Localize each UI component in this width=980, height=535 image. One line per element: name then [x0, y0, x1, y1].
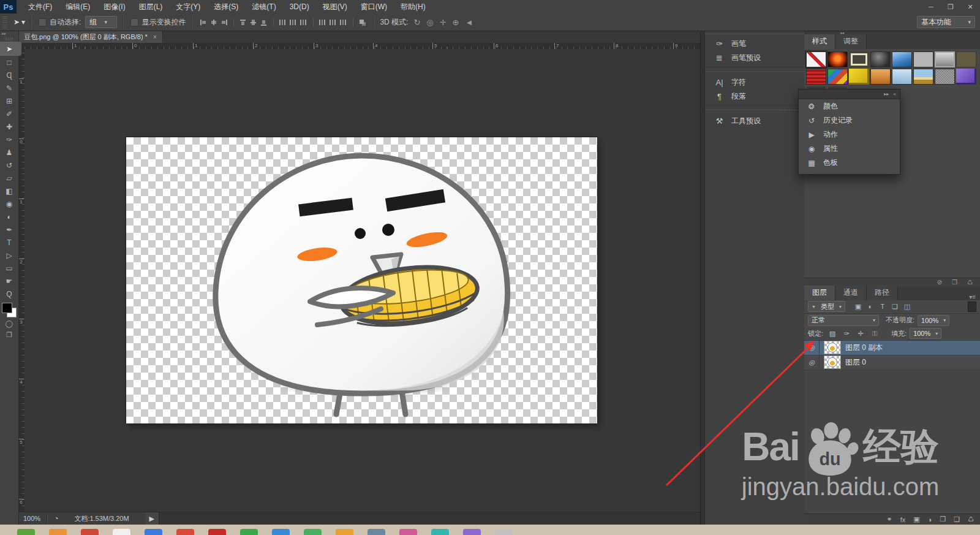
tool-button[interactable]: ➤ — [0, 42, 21, 56]
floating-panel-button[interactable]: ◉ 属性 — [799, 142, 900, 156]
taskbar-app-icon[interactable] — [113, 529, 130, 535]
menu-item[interactable]: 文字(Y) — [169, 0, 207, 13]
tool-button[interactable]: □ — [1, 56, 17, 69]
layer-visibility-eye-icon[interactable]: ◎ — [804, 355, 820, 370]
floating-panel-button[interactable]: ▦ 色板 — [799, 156, 900, 170]
auto-select-checkbox[interactable] — [39, 18, 47, 26]
collapse-panels-icon[interactable]: ▸▸ — [884, 91, 889, 97]
style-swatch[interactable] — [935, 51, 955, 67]
tab-paths[interactable]: 路径 — [867, 286, 898, 300]
menu-item[interactable]: 图像(I) — [97, 0, 132, 13]
align-button[interactable] — [300, 18, 307, 26]
taskbar-app-icon[interactable] — [17, 529, 35, 535]
fill-field[interactable]: 100% ▾ — [910, 328, 941, 339]
foreground-color-swatch[interactable] — [2, 303, 12, 313]
tool-button[interactable]: ♟ — [1, 146, 17, 159]
tab-layers[interactable]: 图层 — [804, 286, 835, 300]
workspace-switcher[interactable]: 基本功能 ▾ — [917, 16, 975, 28]
minimize-button[interactable]: ─ — [921, 0, 941, 13]
taskbar-app-icon[interactable] — [368, 529, 385, 535]
floating-panel-button[interactable]: ↺ 历史记录 — [799, 113, 900, 127]
align-button[interactable] — [199, 18, 207, 26]
style-swatch[interactable] — [956, 69, 976, 85]
status-options-arrow[interactable]: ▶ — [145, 512, 159, 525]
3d-mode-icon[interactable]: ⊕ — [453, 18, 459, 27]
tool-button[interactable]: ✎ — [1, 82, 17, 94]
filter-type-icon[interactable]: ◫ — [902, 303, 912, 311]
lock-icon[interactable]: ▨ — [827, 330, 837, 338]
3d-mode-icon[interactable]: ◎ — [426, 18, 433, 27]
taskbar-app-icon[interactable] — [336, 529, 353, 535]
styles-footer-icon[interactable]: ❐ — [952, 279, 957, 286]
floating-panel-button[interactable]: ❂ 颜色 — [799, 99, 900, 113]
align-button[interactable] — [289, 18, 297, 26]
align-button[interactable] — [318, 18, 326, 26]
tool-button[interactable]: ◉ — [1, 197, 17, 210]
menu-item[interactable]: 文件(F) — [21, 0, 59, 13]
document-canvas[interactable] — [126, 137, 597, 423]
filter-type-icon[interactable]: ▣ — [853, 303, 863, 311]
dock-panel-button[interactable]: ✑ 画笔 — [705, 37, 805, 51]
blend-mode-dropdown[interactable]: 正常 ▾ — [808, 315, 879, 326]
menu-item[interactable]: 窗口(W) — [354, 0, 394, 13]
taskbar-app-icon[interactable] — [272, 529, 290, 535]
layers-footer-icon[interactable]: ⚭ — [887, 515, 892, 523]
pasteboard[interactable] — [24, 49, 700, 512]
tool-button[interactable]: ⊞ — [1, 94, 17, 107]
screen-mode-button[interactable]: ❐ — [1, 329, 17, 340]
tool-button[interactable]: ✚ — [1, 120, 17, 133]
align-button[interactable] — [249, 18, 257, 26]
tool-button[interactable]: Ɋ — [1, 69, 17, 82]
taskbar-app-icon[interactable] — [49, 529, 67, 535]
align-button[interactable] — [358, 18, 366, 26]
document-size-info[interactable]: 文档:1.53M/3.20M — [64, 514, 145, 523]
auto-select-dropdown[interactable]: 组 ▾ — [85, 16, 117, 28]
lock-icon[interactable]: ✛ — [856, 330, 865, 338]
layer-name[interactable]: 图层 0 — [845, 357, 866, 368]
document-tab[interactable]: 豆包.png @ 100% (图层 0 副本, RGB/8) * × — [18, 31, 163, 43]
close-panel-icon[interactable]: × — [893, 91, 896, 97]
align-button[interactable] — [209, 18, 217, 26]
dock-grip[interactable] — [705, 31, 805, 37]
close-button[interactable]: ✕ — [960, 0, 980, 13]
layer-row[interactable]: ◎ 图层 0 副本 — [804, 341, 980, 355]
tab-styles[interactable]: 样式 — [804, 34, 835, 49]
layer-row[interactable]: ◎ 图层 0 — [804, 355, 980, 370]
menu-item[interactable]: 图层(L) — [132, 0, 170, 13]
layer-name[interactable]: 图层 0 副本 — [845, 343, 883, 353]
zoom-level-field[interactable]: 100% — [18, 515, 47, 522]
tool-button[interactable]: ▷ — [1, 249, 17, 262]
layer-filter-dropdown[interactable]: ▼ 类型 ▾ — [808, 301, 845, 312]
style-swatch[interactable] — [870, 69, 891, 85]
floating-panel-header[interactable]: ▸▸ × — [799, 89, 900, 99]
lock-icon[interactable]: ⚿ — [870, 330, 880, 338]
tab-channels[interactable]: 通道 — [835, 286, 867, 300]
foreground-background-colors[interactable] — [1, 302, 17, 318]
align-button[interactable] — [329, 18, 337, 26]
style-swatch[interactable] — [827, 51, 848, 67]
layer-visibility-eye-icon[interactable]: ◎ — [804, 341, 820, 355]
3d-mode-icon[interactable]: ✛ — [440, 18, 447, 27]
tool-button[interactable]: ✒ — [1, 223, 17, 236]
restore-button[interactable]: ❐ — [941, 0, 960, 13]
taskbar-app-icon[interactable] — [81, 529, 99, 535]
menu-item[interactable]: 滤镜(T) — [245, 0, 282, 13]
align-button[interactable] — [220, 18, 228, 26]
align-button[interactable] — [279, 18, 287, 26]
style-swatch[interactable] — [806, 51, 826, 67]
style-swatch[interactable] — [849, 51, 869, 67]
layer-thumbnail[interactable] — [824, 355, 841, 369]
layer-thumbnail[interactable] — [824, 341, 841, 354]
taskbar-app-icon[interactable] — [431, 529, 449, 535]
taskbar-app-icon[interactable] — [240, 529, 258, 535]
style-swatch[interactable] — [892, 69, 912, 85]
menu-item[interactable]: 视图(V) — [316, 0, 354, 13]
style-swatch[interactable] — [956, 51, 976, 67]
tool-button[interactable]: ◐ — [1, 210, 17, 223]
taskbar-app-icon[interactable] — [399, 529, 417, 535]
style-swatch[interactable] — [935, 69, 955, 85]
menu-item[interactable]: 编辑(E) — [59, 0, 97, 13]
menu-item[interactable]: 选择(S) — [207, 0, 245, 13]
filter-toggle[interactable] — [968, 302, 976, 312]
layers-footer-icon[interactable]: ▣ — [913, 515, 919, 523]
